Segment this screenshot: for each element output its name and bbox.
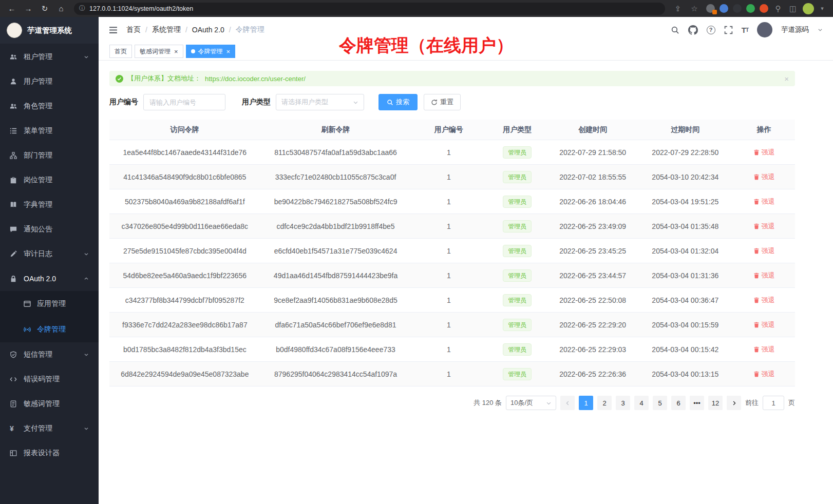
font-size-icon[interactable]: TT [742, 26, 748, 34]
sidebar-item-tenant[interactable]: 租户管理 [0, 45, 99, 69]
sidebar-item-report[interactable]: 报表设计器 [0, 441, 99, 466]
breadcrumb: 首页/系统管理/OAuth 2.0/令牌管理 [126, 25, 264, 34]
force-logout-button[interactable]: 强退 [753, 172, 775, 182]
column-header: 创建时间 [548, 125, 637, 134]
pin-icon[interactable]: ⚲ [773, 2, 783, 15]
site-info-icon[interactable]: ⓘ [79, 4, 85, 13]
user-id-cell: 1 [411, 296, 486, 304]
expire-time-cell: 2054-03-04 00:36:47 [637, 296, 733, 304]
side-panel-icon[interactable]: ◫ [788, 2, 798, 15]
force-logout-button[interactable]: 强退 [753, 296, 775, 305]
sidebar-item-notice[interactable]: 通知公告 [0, 217, 99, 242]
user-name[interactable]: 芋道源码 [781, 25, 809, 34]
back-icon[interactable]: ← [5, 2, 18, 15]
sidebar-item-menu[interactable]: 菜单管理 [0, 119, 99, 143]
user-id-input[interactable] [143, 94, 225, 110]
sidebar-item-dept[interactable]: 部门管理 [0, 143, 99, 168]
force-logout-button[interactable]: 强退 [753, 246, 775, 256]
reload-icon[interactable]: ↻ [38, 2, 51, 15]
sidebar-item-sensitive[interactable]: 敏感词管理 [0, 392, 99, 416]
pagination-page-3[interactable]: 3 [616, 396, 630, 410]
close-icon[interactable]: × [226, 48, 231, 55]
tab-sensitive[interactable]: 敏感词管理× [135, 45, 183, 58]
sidebar-item-sms[interactable]: 短信管理 [0, 342, 99, 367]
force-logout-button[interactable]: 强退 [753, 148, 775, 157]
force-logout-button[interactable]: 强退 [753, 197, 775, 206]
chevron-down-icon[interactable] [818, 27, 823, 32]
close-icon[interactable]: × [174, 48, 178, 55]
banner-doc-link[interactable]: https://doc.iocoder.cn/user-center/ [205, 75, 306, 83]
pagination-page-5[interactable]: 5 [653, 396, 667, 410]
pagination-page-2[interactable]: 2 [597, 396, 612, 410]
breadcrumb-item[interactable]: 系统管理 [152, 25, 181, 34]
chevron-down-icon [84, 352, 89, 357]
tab-token[interactable]: 令牌管理× [186, 45, 236, 58]
page-size-select[interactable]: 10条/页 [506, 396, 556, 410]
home-icon[interactable]: ⌂ [54, 2, 68, 15]
user-type-badge: 管理员 [503, 171, 532, 183]
access-token-cell: 6d842e2924594de9a09e45e087323abe [109, 370, 260, 378]
share-icon[interactable]: ⇪ [671, 2, 685, 15]
breadcrumb-item[interactable]: 首页 [126, 25, 141, 34]
chevron-down-icon [84, 426, 89, 431]
browser-menu-caret-icon[interactable]: ▾ [819, 2, 826, 15]
sidebar-item-app[interactable]: 应用管理 [0, 291, 99, 317]
sidebar-item-dict[interactable]: 字典管理 [0, 192, 99, 217]
force-logout-button[interactable]: 强退 [753, 345, 775, 354]
sidebar-item-oauth2[interactable]: OAuth 2.0 [0, 266, 99, 291]
access-token-cell: 54d6be82ee5a460a9aedc1f9bf223656 [109, 272, 260, 280]
table-row: 1ea5e44f8bc1467aaede43144f31de76811c5304… [109, 140, 795, 165]
extension-icon[interactable] [760, 4, 768, 13]
force-logout-button[interactable]: 强退 [753, 320, 775, 329]
tab-home[interactable]: 首页 [109, 45, 132, 58]
github-icon[interactable] [688, 25, 698, 35]
reset-button[interactable]: 重置 [424, 94, 461, 110]
megaphone-icon [10, 226, 18, 233]
pagination-ellipsis[interactable]: ••• [690, 396, 704, 410]
force-logout-button[interactable]: 强退 [753, 370, 775, 379]
force-logout-button[interactable]: 强退 [753, 271, 775, 280]
table-row: 502375b8040a469a9b82188afdf6af1fbe90422b… [109, 189, 795, 214]
user-type-cell: 管理员 [486, 319, 548, 331]
created-time-cell: 2022-06-25 23:44:57 [548, 272, 637, 280]
goto-page-input[interactable] [763, 396, 784, 410]
search-button[interactable]: 搜索 [378, 94, 418, 110]
pagination-page-1[interactable]: 1 [579, 396, 593, 410]
sidebar-item-pay[interactable]: ¥支付管理 [0, 416, 99, 441]
app-logo[interactable]: 芋道管理系统 [0, 17, 99, 44]
browser-profile-avatar[interactable] [803, 3, 814, 14]
forward-icon[interactable]: → [22, 2, 35, 15]
table-row: 54d6be82ee5a460a9aedc1f9bf22365649d1aa46… [109, 263, 795, 288]
pagination-page-6[interactable]: 6 [671, 396, 686, 410]
bookmark-star-icon[interactable]: ☆ [688, 2, 701, 15]
close-icon[interactable]: × [784, 74, 789, 83]
sidebar-item-post[interactable]: 岗位管理 [0, 168, 99, 192]
sidebar-item-user[interactable]: 用户管理 [0, 69, 99, 94]
pagination-page-12[interactable]: 12 [708, 396, 723, 410]
user-type-select[interactable]: 请选择用户类型 [276, 94, 364, 110]
access-token-cell: c347026e805e4d99b0d116eae66eda8c [109, 222, 260, 230]
help-icon[interactable]: ? [707, 26, 715, 34]
app-window-icon [24, 300, 32, 307]
next-page-button[interactable] [727, 396, 741, 410]
extension-icon[interactable] [746, 4, 755, 13]
search-icon[interactable] [671, 26, 679, 34]
collapse-menu-icon[interactable] [109, 26, 118, 34]
pagination-page-4[interactable]: 4 [634, 396, 649, 410]
breadcrumb-item[interactable]: OAuth 2.0 [192, 26, 224, 34]
fullscreen-icon[interactable] [724, 26, 733, 34]
user-avatar[interactable] [757, 22, 772, 37]
url-bar[interactable]: ⓘ 127.0.0.1:1024/system/oauth2/token [74, 3, 665, 15]
extension-icon[interactable] [733, 4, 742, 13]
chevron-down-icon [84, 54, 89, 60]
extension-icon[interactable] [720, 4, 728, 13]
url-text[interactable]: 127.0.0.1:1024/system/oauth2/token [89, 5, 193, 12]
force-logout-button[interactable]: 强退 [753, 222, 775, 231]
prev-page-button[interactable] [560, 396, 575, 410]
sidebar-item-errcode[interactable]: 错误码管理 [0, 367, 99, 392]
goto-suffix: 页 [788, 398, 795, 408]
extension-icon[interactable] [706, 4, 715, 13]
sidebar-item-role[interactable]: 角色管理 [0, 94, 99, 119]
sidebar-item-audit[interactable]: 审计日志 [0, 242, 99, 266]
sidebar-item-token[interactable]: 令牌管理 [0, 317, 99, 342]
